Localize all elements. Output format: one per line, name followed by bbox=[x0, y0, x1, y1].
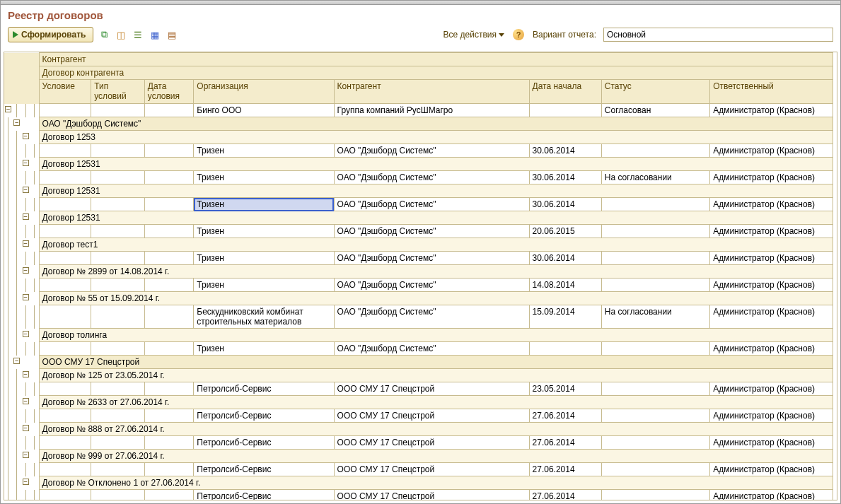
table-row[interactable]: −Договор № 2633 от 27.06.2014 г. bbox=[4, 396, 833, 409]
cell-otv[interactable]: Администратор (Краснов) bbox=[710, 305, 833, 329]
cell-org[interactable]: Тризен bbox=[194, 342, 334, 356]
header-otv[interactable]: Ответственный bbox=[710, 80, 833, 104]
cell-dn[interactable]: 27.06.2014 bbox=[529, 409, 601, 423]
cell-dn[interactable]: 30.06.2014 bbox=[529, 171, 601, 184]
table-row[interactable]: Петролсиб-СервисООО СМУ 17 Спецстрой27.0… bbox=[4, 463, 833, 476]
table-row[interactable]: −Договор № 999 от 27.06.2014 г. bbox=[4, 450, 833, 463]
cell-ka[interactable]: ОАО "Дэшборд Системс" bbox=[334, 252, 529, 265]
table-row[interactable]: −Договор № 888 от 27.06.2014 г. bbox=[4, 423, 833, 436]
tree-toggle[interactable]: − bbox=[23, 213, 29, 220]
header-kontragent-group[interactable]: Контрагент bbox=[39, 53, 833, 66]
cell-tip[interactable] bbox=[91, 490, 145, 501]
cell-uslovie[interactable] bbox=[39, 171, 91, 184]
cell-uslovie[interactable] bbox=[39, 490, 91, 501]
cell-org[interactable]: Петролсиб-Сервис bbox=[194, 463, 334, 476]
header-dn[interactable]: Дата начала bbox=[529, 80, 601, 104]
table-row[interactable]: −Договор № Отклонено 1 от 27.06.2014 г. bbox=[4, 476, 833, 490]
cell-ka[interactable]: ООО СМУ 17 Спецстрой bbox=[334, 436, 529, 450]
tree-toggle[interactable]: − bbox=[13, 119, 20, 126]
cell-dn[interactable]: 23.05.2014 bbox=[529, 382, 601, 396]
cell-org[interactable]: Петролсиб-Сервис bbox=[194, 436, 334, 450]
cell-otv[interactable]: Администратор (Краснов) bbox=[710, 342, 833, 356]
cell-otv[interactable]: Администратор (Краснов) bbox=[710, 490, 833, 501]
cell-datau[interactable] bbox=[144, 171, 194, 184]
cell-tip[interactable] bbox=[91, 436, 145, 450]
cell-st[interactable]: На согласовании bbox=[601, 171, 709, 184]
cell-datau[interactable] bbox=[144, 382, 194, 396]
table-row[interactable]: ТризенОАО "Дэшборд Системс"30.06.2014Адм… bbox=[4, 252, 833, 265]
cell-otv[interactable]: Администратор (Краснов) bbox=[710, 436, 833, 450]
cell-uslovie[interactable] bbox=[39, 104, 91, 117]
cell-otv[interactable]: Администратор (Краснов) bbox=[710, 252, 833, 265]
cell-st[interactable]: На согласовании bbox=[601, 305, 709, 329]
cell-org[interactable]: Тризен bbox=[194, 198, 334, 211]
cell-otv[interactable]: Администратор (Краснов) bbox=[710, 171, 833, 184]
cell-dn[interactable]: 30.06.2014 bbox=[529, 252, 601, 265]
tree-toggle[interactable]: − bbox=[23, 133, 29, 139]
table-row[interactable]: ТризенОАО "Дэшборд Системс"30.06.2014На … bbox=[4, 171, 833, 184]
header-st[interactable]: Статус bbox=[601, 80, 709, 104]
cell-ka[interactable]: ОАО "Дэшборд Системс" bbox=[334, 279, 529, 292]
cell-ka[interactable]: ОАО "Дэшборд Системс" bbox=[334, 198, 529, 211]
cell-datau[interactable] bbox=[144, 342, 194, 356]
tree-toggle[interactable]: − bbox=[23, 452, 29, 458]
cell-datau[interactable] bbox=[144, 144, 194, 158]
tree-toggle[interactable]: − bbox=[23, 187, 29, 193]
cell-uslovie[interactable] bbox=[39, 436, 91, 450]
table-row[interactable]: ТризенОАО "Дэшборд Системс"30.06.2014Адм… bbox=[4, 198, 833, 211]
cell-dn[interactable]: 14.08.2014 bbox=[529, 279, 601, 292]
tree-toggle[interactable]: − bbox=[23, 479, 29, 485]
cell-st[interactable] bbox=[601, 382, 709, 396]
cell-dn[interactable] bbox=[529, 104, 601, 117]
cell-st[interactable] bbox=[601, 252, 709, 265]
table-row[interactable]: Петролсиб-СервисООО СМУ 17 Спецстрой27.0… bbox=[4, 436, 833, 450]
table-row[interactable]: ТризенОАО "Дэшборд Системс"Администратор… bbox=[4, 342, 833, 356]
generate-button[interactable]: Сформировать bbox=[8, 27, 93, 42]
cell-org[interactable]: Бинго ООО bbox=[194, 104, 334, 117]
cell-tip[interactable] bbox=[91, 144, 145, 158]
cell-uslovie[interactable] bbox=[39, 382, 91, 396]
cell-tip[interactable] bbox=[91, 279, 145, 292]
table-row[interactable]: −Бинго ОООГруппа компаний РусШМагроСогла… bbox=[4, 104, 833, 117]
cell-uslovie[interactable] bbox=[39, 342, 91, 356]
table-row[interactable]: ТризенОАО "Дэшборд Системс"30.06.2014Адм… bbox=[4, 144, 833, 158]
tree-toggle[interactable]: − bbox=[5, 106, 11, 112]
cell-otv[interactable]: Администратор (Краснов) bbox=[710, 225, 833, 238]
cell-dn[interactable]: 30.06.2014 bbox=[529, 144, 601, 158]
cell-st[interactable] bbox=[601, 463, 709, 476]
cell-otv[interactable]: Администратор (Краснов) bbox=[710, 198, 833, 211]
header-dogovor-group[interactable]: Договор контрагента bbox=[39, 66, 833, 80]
cell-datau[interactable] bbox=[144, 225, 194, 238]
cell-tip[interactable] bbox=[91, 382, 145, 396]
cell-dn[interactable]: 20.06.2015 bbox=[529, 225, 601, 238]
cell-otv[interactable]: Администратор (Краснов) bbox=[710, 463, 833, 476]
table-row[interactable]: −Договор тест1 bbox=[4, 238, 833, 252]
cell-otv[interactable]: Администратор (Краснов) bbox=[710, 144, 833, 158]
cell-datau[interactable] bbox=[144, 436, 194, 450]
table-row[interactable]: −Договор 12531 bbox=[4, 158, 833, 171]
cell-org[interactable]: Бескудниковский комбинат строительных ма… bbox=[194, 305, 334, 329]
cell-st[interactable] bbox=[601, 342, 709, 356]
cell-org[interactable]: Тризен bbox=[194, 252, 334, 265]
all-actions-menu[interactable]: Все действия bbox=[443, 30, 504, 40]
cell-otv[interactable]: Администратор (Краснов) bbox=[710, 279, 833, 292]
header-ka[interactable]: Контрагент bbox=[334, 80, 529, 104]
cell-otv[interactable]: Администратор (Краснов) bbox=[710, 382, 833, 396]
cell-otv[interactable]: Администратор (Краснов) bbox=[710, 409, 833, 423]
cell-org[interactable]: Тризен bbox=[194, 225, 334, 238]
cell-datau[interactable] bbox=[144, 104, 194, 117]
cell-ka[interactable]: ОАО "Дэшборд Системс" bbox=[334, 144, 529, 158]
cell-datau[interactable] bbox=[144, 490, 194, 501]
table-row[interactable]: Петролсиб-СервисООО СМУ 17 Спецстрой23.0… bbox=[4, 382, 833, 396]
cell-ka[interactable]: Группа компаний РусШМагро bbox=[334, 104, 529, 117]
cell-datau[interactable] bbox=[144, 252, 194, 265]
header-datau[interactable]: Дата условия bbox=[144, 80, 194, 104]
cell-org[interactable]: Петролсиб-Сервис bbox=[194, 409, 334, 423]
cell-datau[interactable] bbox=[144, 409, 194, 423]
cell-org[interactable]: Петролсиб-Сервис bbox=[194, 382, 334, 396]
table-row[interactable]: −Договор толинга bbox=[4, 329, 833, 342]
help-icon[interactable]: ? bbox=[513, 29, 524, 40]
cell-tip[interactable] bbox=[91, 252, 145, 265]
tree-toggle[interactable]: − bbox=[13, 358, 20, 364]
cell-uslovie[interactable] bbox=[39, 409, 91, 423]
